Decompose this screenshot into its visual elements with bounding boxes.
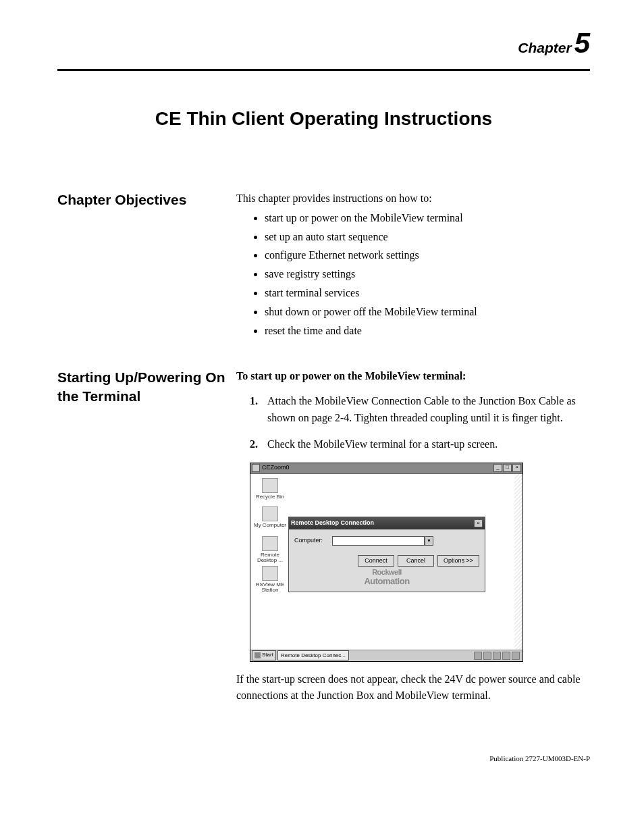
icon-label: RSView ME Station <box>253 582 287 594</box>
brand-line1: Rockwell <box>294 568 479 576</box>
objective-item: start terminal services <box>265 285 590 302</box>
tray-icon[interactable] <box>502 652 510 660</box>
remote-desktop-icon <box>262 536 278 551</box>
chapter-header: Chapter5 <box>57 27 590 65</box>
rdc-close-button[interactable]: × <box>474 519 483 527</box>
objective-item: reset the time and date <box>265 323 590 340</box>
taskbar-item-rdc[interactable]: Remote Desktop Connec... <box>277 650 349 660</box>
chapter-number: 5 <box>574 27 590 59</box>
step-item: 2. Check the MobileView terminal for a s… <box>250 436 590 453</box>
cancel-button[interactable]: Cancel <box>398 555 434 567</box>
starting-lead: To start up or power on the MobileView t… <box>236 368 590 385</box>
start-button[interactable]: Start <box>252 650 276 660</box>
rsview-icon <box>262 566 278 581</box>
maximize-button[interactable]: □ <box>503 464 512 472</box>
step-text: Check the MobileView terminal for a star… <box>267 438 498 450</box>
cezoom-titlebar: CEZoom0 _ □ × <box>250 463 522 474</box>
followup-text: If the start-up screen does not appear, … <box>236 671 590 705</box>
computer-label: Computer: <box>294 536 327 546</box>
objective-item: shut down or power off the MobileView te… <box>265 304 590 321</box>
objective-item: start up or power on the MobileView term… <box>265 210 590 227</box>
objective-item: configure Ethernet network settings <box>265 247 590 264</box>
desktop-icon-recyclebin[interactable]: Recycle Bin <box>253 478 287 500</box>
tray-icon[interactable] <box>483 652 491 660</box>
step-item: 1. Attach the MobileView Connection Cabl… <box>250 393 590 427</box>
section-heading-starting: Starting Up/Powering On the Terminal <box>57 368 236 405</box>
close-button[interactable]: × <box>512 464 521 472</box>
objectives-intro: This chapter provides instructions on ho… <box>236 190 590 207</box>
computer-input[interactable] <box>332 536 425 546</box>
taskbar: Start Remote Desktop Connec... <box>250 650 522 661</box>
icon-label: Recycle Bin <box>253 494 287 500</box>
step-number: 2. <box>250 436 258 453</box>
tray-icon[interactable] <box>512 652 520 660</box>
connect-button[interactable]: Connect <box>358 555 394 567</box>
scroll-stripe <box>514 474 522 650</box>
combo-dropdown-button[interactable]: ▼ <box>425 536 433 546</box>
header-rule <box>57 69 590 71</box>
system-tray <box>474 652 521 660</box>
objective-item: set up an auto start sequence <box>265 229 590 246</box>
desktop-area[interactable]: Recycle Bin My Computer Remote Desktop .… <box>250 474 522 650</box>
recycle-bin-icon <box>262 478 278 493</box>
tray-icon[interactable] <box>474 652 482 660</box>
step-text: Attach the MobileView Connection Cable t… <box>267 395 576 423</box>
brand-logo: Rockwell Automation <box>294 568 479 585</box>
desktop-icon-rsview[interactable]: RSView ME Station <box>253 566 287 594</box>
rdc-titlebar: Remote Desktop Connection × <box>289 517 485 529</box>
section-objectives: Chapter Objectives This chapter provides… <box>57 190 590 341</box>
desktop-icon-mycomputer[interactable]: My Computer <box>253 506 287 529</box>
publication-footer: Publication 2727-UM003D-EN-P <box>57 754 590 762</box>
steps-list: 1. Attach the MobileView Connection Cabl… <box>236 393 590 452</box>
tray-icon[interactable] <box>493 652 501 660</box>
section-starting: Starting Up/Powering On the Terminal To … <box>57 368 590 707</box>
chapter-word: Chapter <box>518 40 571 55</box>
objective-item: save registry settings <box>265 266 590 283</box>
computer-combo[interactable]: ▼ <box>332 536 433 546</box>
objectives-list: start up or power on the MobileView term… <box>236 210 590 340</box>
cezoom-title: CEZoom0 <box>262 463 290 473</box>
rdc-title-text: Remote Desktop Connection <box>291 519 374 528</box>
rdc-window: Remote Desktop Connection × Computer: ▼ <box>288 517 485 592</box>
section-heading-objectives: Chapter Objectives <box>57 190 236 209</box>
brand-line2: Automation <box>294 577 479 586</box>
start-label: Start <box>262 651 273 659</box>
desktop-icon-remotedesktop[interactable]: Remote Desktop ... <box>253 536 287 565</box>
minimize-button[interactable]: _ <box>493 464 502 472</box>
computer-icon <box>262 506 278 521</box>
icon-label: My Computer <box>253 523 287 529</box>
page-title: CE Thin Client Operating Instructions <box>57 108 590 130</box>
start-icon <box>254 652 261 658</box>
cezoom-window: CEZoom0 _ □ × Recycle Bin <box>250 463 522 661</box>
app-icon <box>252 464 260 472</box>
step-number: 1. <box>250 393 258 410</box>
options-button[interactable]: Options >> <box>437 555 479 567</box>
icon-label: Remote Desktop ... <box>253 552 287 565</box>
startup-screenshot: CEZoom0 _ □ × Recycle Bin <box>250 463 523 662</box>
